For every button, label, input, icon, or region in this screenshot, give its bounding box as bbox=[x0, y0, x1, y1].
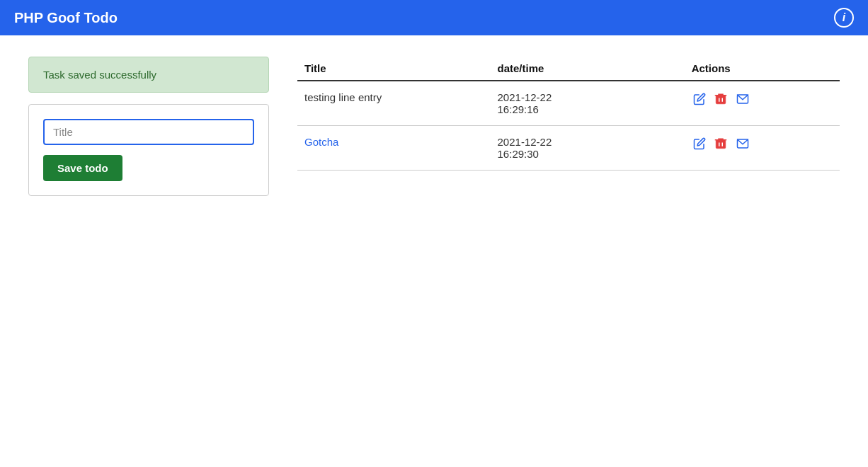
todo-table: Title date/time Actions testing line ent… bbox=[297, 57, 840, 171]
todo-form: Save todo bbox=[28, 104, 269, 196]
app-title: PHP Goof Todo bbox=[14, 10, 118, 26]
edit-button[interactable] bbox=[692, 136, 707, 151]
info-icon[interactable]: i bbox=[834, 8, 854, 28]
left-panel: Task saved successfully Save todo bbox=[28, 57, 269, 196]
table-cell-datetime: 2021-12-22 16:29:30 bbox=[491, 126, 685, 171]
main-content: Task saved successfully Save todo Title … bbox=[0, 35, 868, 217]
col-datetime: date/time bbox=[491, 57, 685, 81]
table-row: Gotcha2021-12-22 16:29:30 bbox=[297, 126, 840, 171]
delete-icon bbox=[714, 137, 727, 150]
delete-icon bbox=[714, 93, 727, 105]
table-cell-actions bbox=[685, 126, 840, 161]
edit-icon bbox=[693, 137, 706, 150]
delete-button[interactable] bbox=[713, 136, 729, 151]
table-cell-actions bbox=[685, 81, 840, 117]
edit-icon bbox=[693, 93, 706, 105]
app-header: PHP Goof Todo i bbox=[0, 0, 868, 35]
save-todo-button[interactable]: Save todo bbox=[43, 155, 122, 181]
table-cell-title: Gotcha bbox=[297, 126, 491, 171]
table-header-row: Title date/time Actions bbox=[297, 57, 840, 81]
edit-button[interactable] bbox=[692, 91, 707, 107]
success-alert: Task saved successfully bbox=[28, 57, 269, 93]
delete-button[interactable] bbox=[713, 91, 729, 107]
todo-table-panel: Title date/time Actions testing line ent… bbox=[297, 57, 840, 196]
col-actions: Actions bbox=[685, 57, 840, 81]
email-icon bbox=[736, 137, 750, 150]
svg-rect-5 bbox=[716, 140, 726, 149]
email-button[interactable] bbox=[734, 91, 751, 107]
svg-rect-0 bbox=[716, 96, 726, 104]
todo-title-link[interactable]: Gotcha bbox=[304, 136, 338, 148]
col-title: Title bbox=[297, 57, 491, 81]
table-row: testing line entry2021-12-22 16:29:16 bbox=[297, 81, 840, 126]
title-input[interactable] bbox=[43, 119, 254, 145]
table-cell-title: testing line entry bbox=[297, 81, 491, 126]
email-icon bbox=[736, 93, 750, 105]
email-button[interactable] bbox=[734, 136, 751, 151]
table-cell-datetime: 2021-12-22 16:29:16 bbox=[491, 81, 685, 126]
